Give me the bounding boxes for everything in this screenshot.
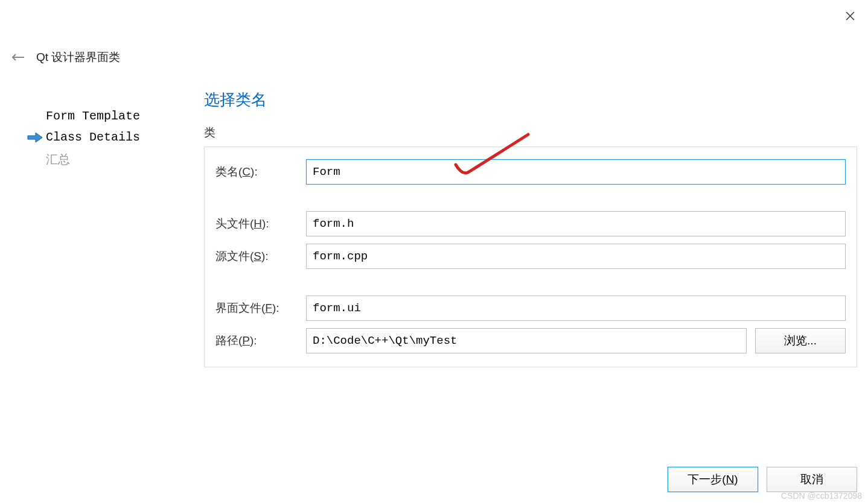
- class-name-input[interactable]: [306, 159, 846, 185]
- ui-file-input[interactable]: [306, 296, 846, 321]
- label-ui-file: 界面文件(F):: [215, 300, 306, 316]
- row-header-file: 头文件(H):: [215, 211, 846, 236]
- cancel-button[interactable]: 取消: [767, 467, 857, 492]
- source-file-input[interactable]: [306, 244, 846, 269]
- main-panel: 选择类名 类 类名(C): 头文件(H): 源文件(S): 界面文件(F):: [204, 89, 857, 455]
- sidebar-item-summary[interactable]: 汇总: [24, 148, 181, 171]
- row-class-name: 类名(C):: [215, 159, 846, 185]
- label-source-file: 源文件(S):: [215, 248, 306, 264]
- header-file-input[interactable]: [306, 211, 846, 236]
- arrow-right-icon: [24, 132, 46, 143]
- label-header-file: 头文件(H):: [215, 216, 306, 232]
- sidebar-item-label: Form Template: [46, 109, 140, 123]
- page-title: 选择类名: [204, 89, 857, 110]
- sidebar-item-label: 汇总: [46, 151, 70, 168]
- wizard-sidebar: Form Template Class Details 汇总: [24, 106, 181, 171]
- wizard-footer: 下一步(N) 取消: [668, 467, 857, 492]
- back-button[interactable]: [11, 50, 25, 65]
- label-class-name: 类名(C):: [215, 164, 306, 180]
- row-ui-file: 界面文件(F):: [215, 296, 846, 321]
- path-input[interactable]: [306, 328, 747, 353]
- sidebar-item-form-template[interactable]: Form Template: [24, 106, 181, 127]
- row-source-file: 源文件(S):: [215, 244, 846, 269]
- next-button[interactable]: 下一步(N): [668, 467, 758, 492]
- wizard-header: Qt 设计器界面类: [11, 49, 120, 65]
- watermark: CSDN @ccb1372098: [781, 491, 862, 501]
- sidebar-item-class-details[interactable]: Class Details: [24, 127, 181, 148]
- class-fieldset: 类名(C): 头文件(H): 源文件(S): 界面文件(F): 路径(P):: [204, 147, 857, 367]
- section-label: 类: [204, 125, 857, 141]
- close-button[interactable]: [843, 8, 857, 23]
- browse-button[interactable]: 浏览...: [755, 328, 846, 353]
- label-path: 路径(P):: [215, 333, 306, 349]
- wizard-title: Qt 设计器界面类: [36, 49, 120, 65]
- sidebar-item-label: Class Details: [46, 130, 140, 144]
- arrow-left-icon: [11, 53, 25, 62]
- row-path: 路径(P): 浏览...: [215, 328, 846, 353]
- close-icon: [846, 11, 855, 21]
